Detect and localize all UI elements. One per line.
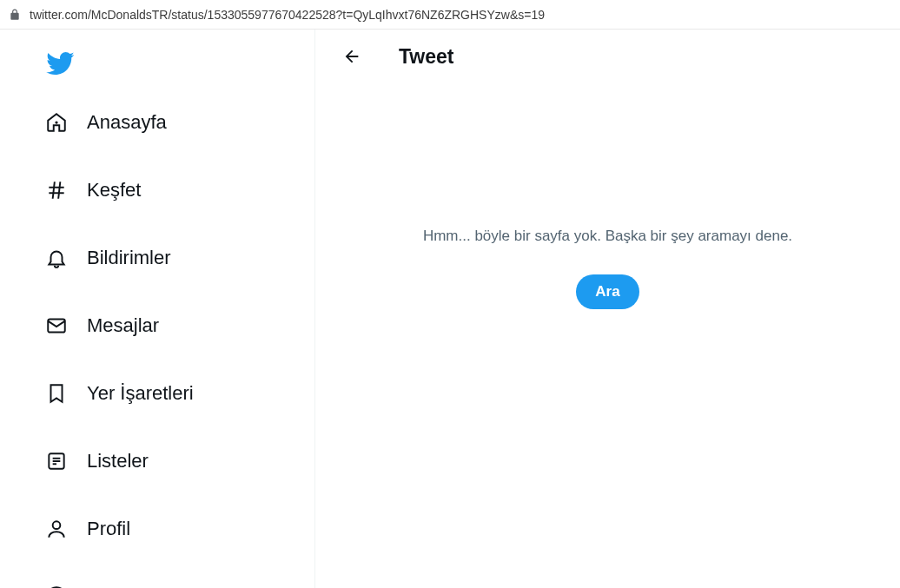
svg-point-10 [53,521,61,529]
nav-bookmarks[interactable]: Yer İşaretleri [36,370,202,417]
nav-explore[interactable]: Keşfet [36,167,149,214]
bookmark-icon [45,382,68,405]
nav-label: Anasayfa [87,111,167,134]
nav-profile[interactable]: Profil [36,505,139,552]
svg-point-0 [55,121,57,123]
svg-line-4 [58,182,60,199]
nav-lists[interactable]: Listeler [36,438,157,485]
nav-home[interactable]: Anasayfa [36,99,175,146]
main-header: Tweet [315,30,900,83]
nav-label: Keşfet [87,179,141,202]
nav-label: Yer İşaretleri [87,382,194,405]
nav-label: Mesajlar [87,314,159,337]
main-content: Tweet Hmm... böyle bir sayfa yok. Başka … [315,30,900,588]
empty-message: Hmm... böyle bir sayfa yok. Başka bir şe… [423,228,792,245]
sidebar: Anasayfa Keşfet Bildirimler Mesajlar [0,30,315,588]
nav-more[interactable]: Daha fazla [36,573,187,588]
mail-icon [45,314,68,337]
twitter-logo[interactable] [36,35,314,99]
url-text: twitter.com/McDonaldsTR/status/153305597… [30,8,545,22]
nav-label: Profil [87,518,130,540]
nav-label: Bildirimler [87,247,171,269]
nav-label: Listeler [87,450,149,472]
search-button[interactable]: Ara [576,274,639,309]
home-icon [45,111,68,134]
page-title: Tweet [399,45,453,69]
list-icon [45,450,68,472]
empty-state: Hmm... böyle bir sayfa yok. Başka bir şe… [315,83,900,588]
nav-notifications[interactable]: Bildirimler [36,235,180,281]
profile-icon [45,518,68,540]
hash-icon [45,179,68,202]
svg-line-3 [53,182,55,199]
lock-icon [9,9,21,21]
address-bar[interactable]: twitter.com/McDonaldsTR/status/153305597… [0,0,900,30]
nav-messages[interactable]: Mesajlar [36,302,168,349]
back-button[interactable] [336,41,367,72]
bell-icon [45,247,68,269]
